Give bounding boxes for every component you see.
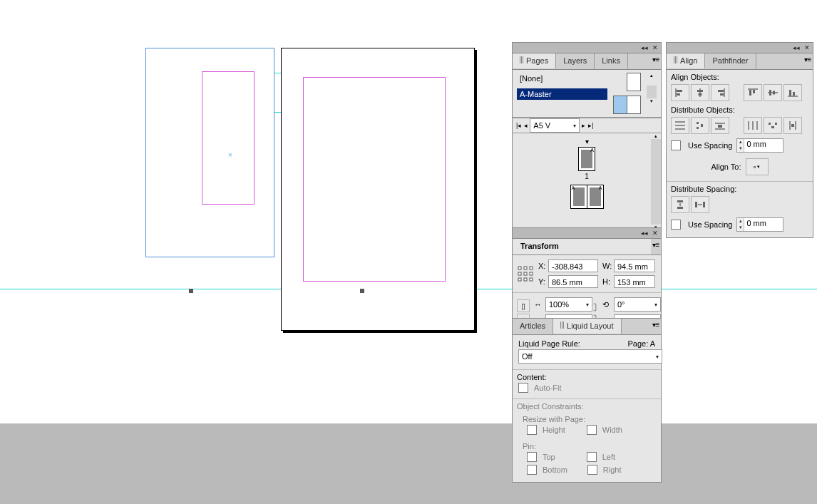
panel-menu-icon[interactable]: ▾≡ (651, 53, 661, 69)
svg-rect-43 (524, 267, 527, 269)
nav-next-icon[interactable]: ▸ (581, 122, 586, 129)
dist-left-icon[interactable] (744, 117, 762, 134)
constrain-content-icon[interactable]: ▯ (517, 299, 530, 312)
master-item-none[interactable]: [None] (517, 73, 607, 84)
use-spacing-checkbox-2[interactable] (671, 220, 681, 230)
height-label: Height (543, 426, 565, 434)
spread-thumb-right[interactable]: A (587, 185, 604, 209)
align-bottom-icon[interactable] (783, 84, 802, 101)
nav-first-icon[interactable]: |◂ (515, 122, 522, 129)
pin-right-checkbox[interactable] (587, 465, 597, 475)
dist-vcenter-icon[interactable] (691, 117, 709, 134)
tab-liquid-layout[interactable]: Liquid Layout (553, 318, 621, 334)
liquid-rule-select[interactable]: Off▾ (518, 349, 662, 364)
tab-align[interactable]: Align (667, 53, 705, 68)
align-right-icon[interactable] (711, 84, 729, 101)
align-hcenter-icon[interactable] (691, 84, 709, 101)
tab-links[interactable]: Links (595, 53, 628, 69)
pin-left-checkbox[interactable] (587, 452, 597, 462)
pin-left-label: Left (602, 453, 615, 461)
transform-title[interactable]: Transform (513, 239, 651, 254)
svg-rect-36 (677, 200, 683, 202)
x-label: X: (538, 262, 548, 270)
svg-rect-5 (699, 93, 702, 96)
collapse-icon[interactable]: ◂◂ (641, 230, 648, 237)
scale-x-field[interactable]: 100%▾ (545, 297, 592, 312)
dist-vspace-icon[interactable] (671, 196, 689, 213)
master-thumb-none[interactable] (627, 73, 641, 91)
svg-rect-35 (791, 124, 794, 127)
tab-articles[interactable]: Articles (513, 319, 553, 334)
height-checkbox[interactable] (527, 425, 537, 435)
close-icon[interactable]: ✕ (652, 44, 658, 51)
pin-bottom-checkbox[interactable] (527, 465, 537, 475)
nav-last-icon[interactable]: ▸| (587, 122, 594, 129)
rotate-field[interactable]: 0°▾ (614, 297, 661, 312)
panel-menu-icon[interactable]: ▾≡ (651, 239, 661, 254)
dist-hspace-icon[interactable] (691, 196, 709, 213)
align-top-icon[interactable] (744, 84, 762, 101)
width-label: Width (602, 426, 622, 434)
master-thumb-a-left[interactable] (613, 96, 627, 114)
pin-bottom-label: Bottom (543, 466, 567, 474)
spread-thumb-left[interactable]: A (570, 185, 587, 209)
master-item-a[interactable]: A-Master (517, 88, 607, 100)
svg-rect-47 (530, 272, 533, 275)
use-spacing-label: Use Spacing (688, 141, 732, 150)
align-to-selector[interactable]: ▫▾ (746, 158, 769, 175)
svg-rect-16 (789, 90, 791, 96)
liquid-layout-panel: Articles Liquid Layout ▾≡ Liquid Page Ru… (512, 318, 662, 483)
pin-label: Pin: (513, 439, 661, 452)
h-label: H: (602, 277, 614, 286)
svg-rect-48 (518, 278, 521, 281)
svg-rect-11 (753, 90, 755, 93)
use-spacing-field[interactable]: ▴▾0 mm (736, 138, 783, 153)
close-icon[interactable]: ✕ (652, 230, 658, 237)
master-scrollbar[interactable]: ▴▾ (647, 73, 657, 111)
collapse-icon[interactable]: ◂◂ (641, 44, 648, 51)
reference-point-grid[interactable] (517, 265, 534, 282)
x-field[interactable]: -308.843 mm (548, 259, 598, 272)
align-left-icon[interactable] (671, 84, 689, 101)
dist-right-icon[interactable] (783, 117, 802, 134)
pin-top-checkbox[interactable] (527, 452, 537, 462)
svg-rect-10 (749, 90, 751, 96)
tab-layers[interactable]: Layers (556, 53, 595, 69)
page-a4[interactable] (281, 48, 475, 331)
h-field[interactable]: 153 mm (614, 275, 655, 288)
panel-menu-icon[interactable]: ▾≡ (651, 319, 661, 334)
w-field[interactable]: 94.5 mm (614, 259, 655, 272)
close-icon[interactable]: ✕ (804, 44, 810, 51)
align-vcenter-icon[interactable] (764, 84, 782, 101)
panel-menu-icon[interactable]: ▾≡ (803, 53, 813, 69)
dist-bottom-icon[interactable] (711, 117, 729, 134)
use-spacing-field-2[interactable]: ▴▾0 mm (736, 217, 783, 232)
constraints-label: Object Constraints: (513, 399, 661, 412)
tab-pages[interactable]: Pages (513, 53, 556, 68)
master-thumb-a-right[interactable] (627, 96, 641, 114)
pages-scrollbar[interactable]: ▴▾ (651, 133, 661, 230)
tab-pathfinder[interactable]: Pathfinder (705, 53, 756, 69)
pages-preview: ▴▾ ▾ A 1 A A (513, 133, 661, 230)
page-nav-select[interactable]: A5 V▾ (530, 118, 580, 133)
liquid-rule-label: Liquid Page Rule: (518, 339, 580, 348)
page-thumb-1[interactable]: A (578, 147, 595, 171)
svg-rect-49 (524, 278, 527, 281)
auto-fit-checkbox[interactable] (518, 383, 528, 393)
align-to-label: Align To: (711, 163, 741, 171)
dist-top-icon[interactable] (671, 117, 689, 134)
y-field[interactable]: 86.5 mm (548, 275, 598, 288)
nav-prev-icon[interactable]: ◂ (523, 122, 528, 129)
panel-header: ◂◂ ✕ (513, 228, 661, 239)
width-checkbox[interactable] (587, 425, 597, 435)
pin-top-label: Top (543, 453, 555, 461)
svg-rect-14 (773, 91, 775, 95)
content-label: Content: (513, 370, 661, 383)
dist-hcenter-icon[interactable] (764, 117, 782, 134)
use-spacing-checkbox[interactable] (671, 140, 681, 150)
page-handle[interactable] (360, 289, 364, 293)
panel-header: ◂◂ ✕ (513, 43, 661, 53)
collapse-icon[interactable]: ◂◂ (793, 44, 800, 51)
page-a5[interactable]: × (145, 48, 274, 257)
page-handle[interactable] (189, 289, 193, 293)
